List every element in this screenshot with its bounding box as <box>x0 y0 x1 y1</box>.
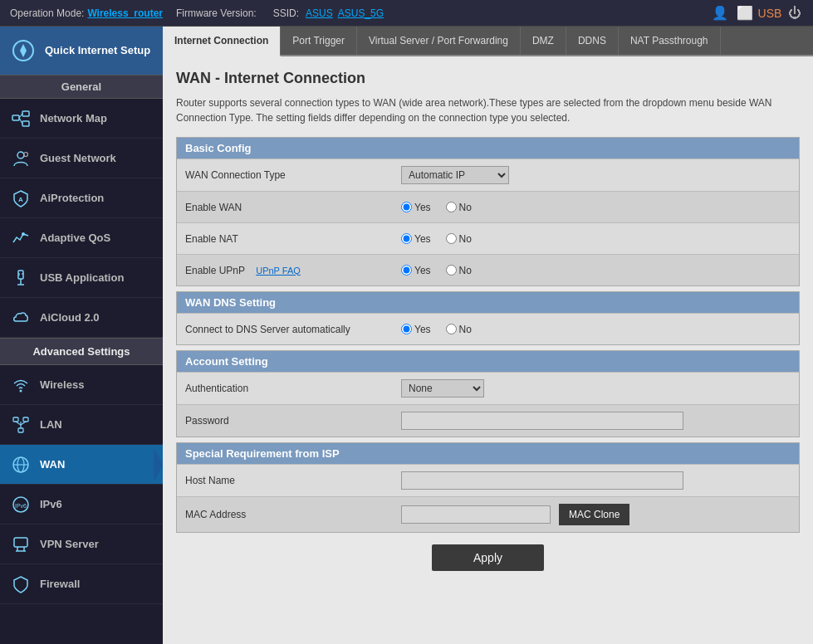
enable-nat-no-option[interactable]: No <box>446 233 472 245</box>
wan-connection-type-label: WAN Connection Type <box>185 169 401 181</box>
user-icon[interactable]: 👤 <box>712 5 728 22</box>
sidebar-item-firewall[interactable]: Firewall <box>0 564 163 604</box>
enable-nat-row: Enable NAT Yes No <box>177 222 799 254</box>
enable-upnp-yes-option[interactable]: Yes <box>401 265 431 276</box>
enable-wan-row: Enable WAN Yes No <box>177 191 799 222</box>
enable-nat-yes-radio[interactable] <box>401 233 412 244</box>
sidebar-item-adaptive-qos[interactable]: Adaptive QoS <box>0 218 163 258</box>
authentication-label: Authentication <box>185 383 401 394</box>
sidebar-item-guest-network-label: Guest Network <box>40 152 116 164</box>
host-name-control <box>401 471 791 490</box>
enable-wan-yes-radio[interactable] <box>401 202 412 212</box>
sidebar-item-ipv6[interactable]: IPv6 IPv6 <box>0 485 163 524</box>
topbar: Operation Mode: Wireless_router Firmware… <box>0 0 813 27</box>
dns-auto-label: Connect to DNS Server automatically <box>185 324 401 335</box>
mode-link[interactable]: Wireless_router <box>87 7 163 19</box>
dns-auto-yes-radio[interactable] <box>401 324 412 334</box>
wan-icon <box>10 454 32 476</box>
wan-connection-type-row: WAN Connection Type Automatic IP PPPoE P… <box>177 159 799 191</box>
sidebar-item-wan[interactable]: WAN <box>0 445 163 485</box>
enable-wan-no-radio[interactable] <box>446 202 457 212</box>
tab-ddns[interactable]: DDNS <box>566 27 619 55</box>
lan-icon <box>10 414 32 436</box>
enable-upnp-no-radio[interactable] <box>446 265 457 276</box>
sidebar-item-lan-label: LAN <box>40 418 62 431</box>
dns-auto-no-radio[interactable] <box>446 324 457 334</box>
mac-address-input[interactable] <box>401 505 551 524</box>
sidebar-item-aiprotection[interactable]: A AiProtection <box>0 178 163 218</box>
ipv6-icon: IPv6 <box>10 494 32 515</box>
windows-icon[interactable]: ⬜ <box>737 5 753 22</box>
mac-clone-button[interactable]: MAC Clone <box>559 504 629 525</box>
password-label: Password <box>185 415 401 427</box>
sidebar-item-wan-label: WAN <box>40 458 65 471</box>
sidebar: Quick Internet Setup General Network Map <box>0 27 163 644</box>
enable-upnp-row: Enable UPnP UPnP FAQ Yes No <box>177 254 799 285</box>
enable-nat-control: Yes No <box>401 233 791 245</box>
ssid-label: SSID: <box>273 7 299 19</box>
ssid2-link[interactable]: ASUS_5G <box>338 7 384 19</box>
ssid1-link[interactable]: ASUS <box>306 7 333 19</box>
dns-auto-no-option[interactable]: No <box>446 324 472 335</box>
enable-upnp-control: Yes No <box>401 265 791 276</box>
quick-internet-setup-button[interactable]: Quick Internet Setup <box>0 27 163 75</box>
host-name-input[interactable] <box>401 471 683 490</box>
page-description: Router supports several connection types… <box>176 95 800 125</box>
tab-nat-passthrough[interactable]: NAT Passthrough <box>619 27 721 55</box>
sidebar-item-wireless[interactable]: Wireless <box>0 365 163 405</box>
tab-port-trigger[interactable]: Port Trigger <box>281 27 357 55</box>
svg-rect-18 <box>18 428 23 432</box>
svg-line-22 <box>21 422 26 425</box>
tabs-bar: Internet Connection Port Trigger Virtual… <box>163 27 813 56</box>
svg-rect-19 <box>23 417 28 422</box>
wan-dns-header: WAN DNS Setting <box>177 292 799 313</box>
mode-label: Operation Mode: <box>10 7 84 19</box>
basic-config-header: Basic Config <box>177 138 799 159</box>
sidebar-item-vpn-server[interactable]: VPN Server <box>0 524 163 564</box>
firewall-icon <box>10 573 32 595</box>
sidebar-item-aicloud-label: AiCloud 2.0 <box>40 311 100 324</box>
password-control <box>401 412 791 430</box>
enable-nat-label: Enable NAT <box>185 233 401 245</box>
svg-point-7 <box>17 152 24 159</box>
svg-line-6 <box>19 118 22 124</box>
password-input[interactable] <box>401 412 683 430</box>
sidebar-item-aiprotection-label: AiProtection <box>40 192 104 204</box>
dns-auto-yes-option[interactable]: Yes <box>401 324 431 335</box>
authentication-control: None PAP CHAP MS-CHAP MS-CHAPv2 <box>401 379 791 398</box>
power-icon[interactable]: ⏻ <box>786 5 803 22</box>
svg-rect-3 <box>22 111 29 116</box>
sidebar-item-aicloud[interactable]: AiCloud 2.0 <box>0 298 163 338</box>
sidebar-item-lan[interactable]: LAN <box>0 405 163 445</box>
enable-nat-yes-option[interactable]: Yes <box>401 233 431 245</box>
enable-nat-no-radio[interactable] <box>446 233 457 244</box>
wireless-icon <box>10 374 32 396</box>
enable-upnp-label: Enable UPnP UPnP FAQ <box>185 265 401 276</box>
sidebar-item-guest-network[interactable]: Guest Network <box>0 139 163 178</box>
wan-connection-type-select[interactable]: Automatic IP PPPoE PPTP L2TP Static IP <box>401 166 509 184</box>
sidebar-item-network-map[interactable]: Network Map <box>0 99 163 139</box>
main-content: Internet Connection Port Trigger Virtual… <box>163 27 813 644</box>
sidebar-item-usb-application[interactable]: USB Application <box>0 258 163 298</box>
mac-address-row: MAC Address MAC Clone <box>177 496 799 532</box>
sidebar-item-usb-application-label: USB Application <box>40 271 124 284</box>
tab-virtual-server[interactable]: Virtual Server / Port Forwarding <box>357 27 521 55</box>
enable-wan-yes-option[interactable]: Yes <box>401 202 431 213</box>
enable-upnp-yes-radio[interactable] <box>401 265 412 276</box>
authentication-select[interactable]: None PAP CHAP MS-CHAP MS-CHAPv2 <box>401 379 484 398</box>
usb-icon[interactable]: USB <box>762 5 778 22</box>
tab-internet-connection[interactable]: Internet Connection <box>163 27 281 56</box>
host-name-label: Host Name <box>185 475 401 486</box>
advanced-settings-title: Advanced Settings <box>0 338 163 365</box>
adaptive-qos-icon <box>10 227 32 249</box>
wan-connection-type-control: Automatic IP PPPoE PPTP L2TP Static IP <box>401 166 791 184</box>
apply-button[interactable]: Apply <box>432 544 544 571</box>
upnp-faq-link[interactable]: UPnP FAQ <box>256 266 301 276</box>
enable-upnp-no-option[interactable]: No <box>446 265 472 276</box>
enable-wan-no-option[interactable]: No <box>446 202 472 213</box>
guest-network-icon <box>10 148 32 169</box>
tab-dmz[interactable]: DMZ <box>521 27 566 55</box>
aiprotection-icon: A <box>10 188 32 209</box>
dns-auto-control: Yes No <box>401 324 791 335</box>
mac-address-control: MAC Clone <box>401 504 791 525</box>
